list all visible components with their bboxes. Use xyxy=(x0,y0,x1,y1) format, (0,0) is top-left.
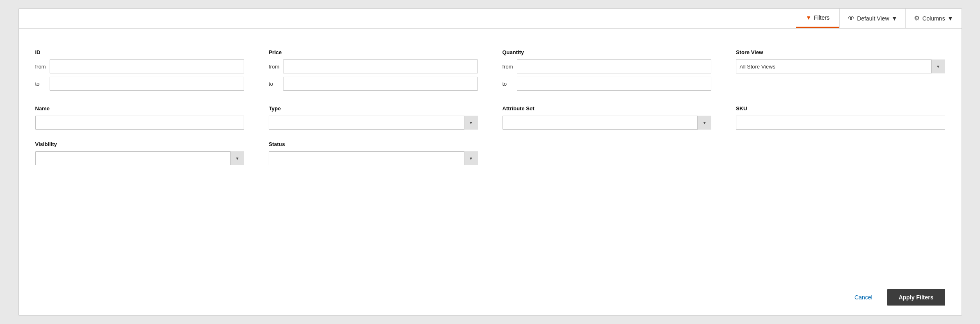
toolbar-divider xyxy=(19,28,962,29)
name-label: Name xyxy=(35,105,244,112)
cancel-button[interactable]: Cancel xyxy=(848,290,879,305)
store-view-select-wrap: All Store Views ▼ xyxy=(736,59,945,73)
store-view-label: Store View xyxy=(736,49,945,55)
status-label: Status xyxy=(269,141,478,147)
filter-panel: ID from to Price from to xyxy=(19,37,962,283)
default-view-label: Default View xyxy=(857,15,889,22)
eye-icon: 👁 xyxy=(848,15,854,22)
gear-icon: ⚙ xyxy=(914,14,920,22)
store-view-select[interactable]: All Store Views xyxy=(736,59,945,73)
visibility-filter-group: Visibility ▼ xyxy=(35,141,244,165)
status-select-wrap: ▼ xyxy=(269,151,478,165)
columns-btn[interactable]: ⚙ Columns ▼ xyxy=(905,9,961,28)
name-filter-group: Name xyxy=(35,105,244,130)
visibility-label: Visibility xyxy=(35,141,244,147)
store-view-filter-group: Store View All Store Views ▼ xyxy=(736,49,945,94)
quantity-from-input[interactable] xyxy=(517,59,712,73)
attribute-set-select-wrap: ▼ xyxy=(503,116,712,130)
attribute-set-select[interactable] xyxy=(503,116,712,130)
quantity-from-row: from xyxy=(503,59,712,73)
attribute-set-label: Attribute Set xyxy=(503,105,712,112)
price-from-row: from xyxy=(269,59,478,73)
type-filter-group: Type ▼ xyxy=(269,105,478,130)
attribute-set-filter-group: Attribute Set ▼ xyxy=(503,105,712,130)
filters-tab[interactable]: ▼ Filters xyxy=(796,9,839,28)
type-select[interactable] xyxy=(269,116,478,130)
price-filter-group: Price from to xyxy=(269,49,478,94)
status-select[interactable] xyxy=(269,151,478,165)
quantity-filter-group: Quantity from to xyxy=(503,49,712,94)
visibility-select[interactable] xyxy=(35,151,244,165)
id-to-row: to xyxy=(35,77,244,91)
price-label: Price xyxy=(269,49,478,55)
id-from-input[interactable] xyxy=(50,59,244,73)
type-select-wrap: ▼ xyxy=(269,116,478,130)
price-from-input[interactable] xyxy=(283,59,478,73)
visibility-select-wrap: ▼ xyxy=(35,151,244,165)
id-to-input[interactable] xyxy=(50,77,244,91)
id-from-label: from xyxy=(35,64,50,70)
id-label: ID xyxy=(35,49,244,55)
price-to-label: to xyxy=(269,81,283,87)
apply-filters-button[interactable]: Apply Filters xyxy=(887,289,945,306)
filters-tab-label: Filters xyxy=(814,14,829,21)
quantity-from-label: from xyxy=(503,64,517,70)
sku-input[interactable] xyxy=(736,116,945,130)
price-to-input[interactable] xyxy=(283,77,478,91)
sku-filter-group: SKU xyxy=(736,105,945,130)
quantity-to-input[interactable] xyxy=(517,77,712,91)
filter-modal: ▼ Filters 👁 Default View ▼ ⚙ Columns ▼ I… xyxy=(18,8,962,316)
id-to-label: to xyxy=(35,81,50,87)
columns-chevron-icon: ▼ xyxy=(948,15,953,22)
toolbar: ▼ Filters 👁 Default View ▼ ⚙ Columns ▼ xyxy=(19,9,962,28)
quantity-label: Quantity xyxy=(503,49,712,55)
default-view-btn[interactable]: 👁 Default View ▼ xyxy=(839,9,905,28)
filter-icon: ▼ xyxy=(806,14,811,21)
default-view-chevron-icon: ▼ xyxy=(892,15,898,22)
columns-label: Columns xyxy=(922,15,945,22)
id-from-row: from xyxy=(35,59,244,73)
quantity-to-row: to xyxy=(503,77,712,91)
filter-grid: ID from to Price from to xyxy=(35,49,945,177)
name-input[interactable] xyxy=(35,116,244,130)
status-filter-group: Status ▼ xyxy=(269,141,478,165)
sku-label: SKU xyxy=(736,105,945,112)
footer: Cancel Apply Filters xyxy=(19,283,962,315)
id-filter-group: ID from to xyxy=(35,49,244,94)
quantity-to-label: to xyxy=(503,81,517,87)
price-from-label: from xyxy=(269,64,283,70)
price-to-row: to xyxy=(269,77,478,91)
type-label: Type xyxy=(269,105,478,112)
